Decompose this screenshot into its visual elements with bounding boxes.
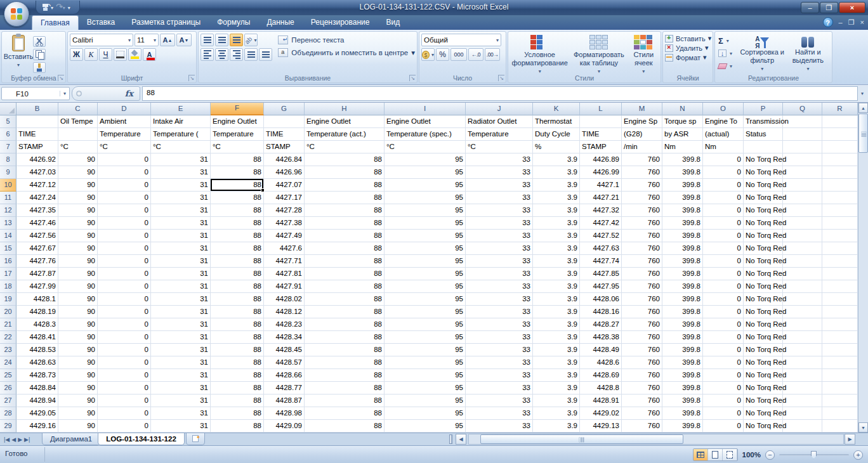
cell-N29[interactable]: 399.8: [662, 420, 703, 433]
cell-E11[interactable]: 31: [151, 192, 211, 204]
cell-O13[interactable]: 0: [703, 217, 744, 230]
cell-I19[interactable]: 95: [385, 293, 466, 306]
row-header[interactable]: 5: [0, 115, 16, 128]
cell-P22[interactable]: No Torq Red: [744, 331, 783, 344]
cell-K6[interactable]: Duty Cycle: [533, 128, 580, 141]
cell-Q18[interactable]: [783, 280, 822, 293]
cell-L29[interactable]: 4429.13: [580, 420, 622, 433]
cell-E8[interactable]: 31: [151, 153, 211, 166]
cell-G23[interactable]: 4428.45: [264, 344, 305, 356]
cell-P5[interactable]: Transmission: [744, 115, 783, 128]
cell-K27[interactable]: 3.9: [533, 395, 580, 407]
cell-F21[interactable]: 88: [211, 318, 264, 331]
cell-C8[interactable]: 90: [58, 153, 98, 166]
cell-F24[interactable]: 88: [211, 356, 264, 369]
cell-M23[interactable]: 760: [622, 344, 662, 356]
cell-R9[interactable]: [822, 166, 858, 179]
cell-M9[interactable]: 760: [622, 166, 662, 179]
cell-D20[interactable]: 0: [98, 306, 151, 318]
cell-F9[interactable]: 88: [211, 166, 264, 179]
cell-G19[interactable]: 4428.02: [264, 293, 305, 306]
cell-E14[interactable]: 31: [151, 230, 211, 242]
align-top-button[interactable]: [201, 34, 214, 46]
cell-G27[interactable]: 4428.87: [264, 395, 305, 407]
cell-H8[interactable]: 88: [305, 153, 385, 166]
cell-L13[interactable]: 4427.42: [580, 217, 622, 230]
decrease-indent-button[interactable]: [244, 48, 258, 61]
cell-G18[interactable]: 4427.91: [264, 280, 305, 293]
cell-P24[interactable]: No Torq Red: [744, 356, 783, 369]
cell-R15[interactable]: [822, 242, 858, 255]
cell-L18[interactable]: 4427.95: [580, 280, 622, 293]
restore-button[interactable]: ❐: [820, 2, 838, 13]
cell-E25[interactable]: 31: [151, 369, 211, 382]
cell-D19[interactable]: 0: [98, 293, 151, 306]
cell-P8[interactable]: No Torq Red: [744, 153, 783, 166]
cell-J18[interactable]: 33: [466, 280, 533, 293]
cell-I8[interactable]: 95: [385, 153, 466, 166]
cell-D13[interactable]: 0: [98, 217, 151, 230]
cell-N12[interactable]: 399.8: [662, 204, 703, 217]
italic-button[interactable]: К: [84, 48, 98, 61]
cell-D6[interactable]: Temperature: [98, 128, 151, 141]
sheet-tab[interactable]: LOG-01-134-131-122: [98, 433, 185, 445]
cell-H5[interactable]: Engine Outlet: [305, 115, 385, 128]
insert-function-button[interactable]: fx: [72, 86, 140, 101]
cell-R5[interactable]: [822, 115, 858, 128]
row-header[interactable]: 11: [0, 192, 16, 204]
orientation-button[interactable]: ab▾: [244, 34, 258, 46]
cell-Q20[interactable]: [783, 306, 822, 318]
cell-R8[interactable]: [822, 153, 858, 166]
zoom-level[interactable]: 100%: [742, 451, 761, 459]
merge-center-button[interactable]: Объединить и поместить в центре▾: [278, 48, 415, 57]
zoom-out-button[interactable]: −: [765, 450, 775, 460]
cell-N25[interactable]: 399.8: [662, 369, 703, 382]
cell-O27[interactable]: 0: [703, 395, 744, 407]
number-format-select[interactable]: Общий▾: [421, 34, 501, 46]
formula-input[interactable]: 88: [142, 86, 858, 101]
cell-B12[interactable]: 4427.35: [16, 204, 58, 217]
cell-L12[interactable]: 4427.32: [580, 204, 622, 217]
row-header[interactable]: 9: [0, 166, 16, 179]
ribbon-tab[interactable]: Формулы: [209, 15, 258, 30]
cell-R13[interactable]: [822, 217, 858, 230]
cell-H12[interactable]: 88: [305, 204, 385, 217]
cell-C9[interactable]: 90: [58, 166, 98, 179]
cell-I18[interactable]: 95: [385, 280, 466, 293]
paste-button[interactable]: Вставить ▾: [4, 34, 33, 74]
cell-H21[interactable]: 88: [305, 318, 385, 331]
cell-H23[interactable]: 88: [305, 344, 385, 356]
cell-I24[interactable]: 95: [385, 356, 466, 369]
scroll-down-icon[interactable]: ▼: [858, 422, 868, 433]
office-button[interactable]: [4, 1, 29, 27]
cell-H24[interactable]: 88: [305, 356, 385, 369]
cell-F17[interactable]: 88: [211, 268, 264, 280]
cell-H11[interactable]: 88: [305, 192, 385, 204]
cell-F5[interactable]: Engine Outlet: [211, 115, 264, 128]
cell-Q14[interactable]: [783, 230, 822, 242]
cell-F15[interactable]: 88: [211, 242, 264, 255]
cell-B26[interactable]: 4428.84: [16, 382, 58, 395]
accounting-format-button[interactable]: $▾: [421, 48, 435, 61]
cell-G28[interactable]: 4428.98: [264, 407, 305, 420]
cell-F12[interactable]: 88: [211, 204, 264, 217]
cell-D18[interactable]: 0: [98, 280, 151, 293]
cell-M29[interactable]: 760: [622, 420, 662, 433]
font-name-select[interactable]: Calibri▾: [70, 34, 133, 46]
cell-J25[interactable]: 33: [466, 369, 533, 382]
cell-D22[interactable]: 0: [98, 331, 151, 344]
cell-I28[interactable]: 95: [385, 407, 466, 420]
cell-E13[interactable]: 31: [151, 217, 211, 230]
cell-L16[interactable]: 4427.74: [580, 255, 622, 268]
cell-F20[interactable]: 88: [211, 306, 264, 318]
cell-O23[interactable]: 0: [703, 344, 744, 356]
cell-D29[interactable]: 0: [98, 420, 151, 433]
cell-D26[interactable]: 0: [98, 382, 151, 395]
cell-H20[interactable]: 88: [305, 306, 385, 318]
cell-K26[interactable]: 3.9: [533, 382, 580, 395]
vertical-scroll-thumb[interactable]: [858, 114, 868, 153]
cell-J21[interactable]: 33: [466, 318, 533, 331]
help-button[interactable]: ?: [823, 17, 833, 27]
cell-O8[interactable]: 0: [703, 153, 744, 166]
column-header[interactable]: I: [385, 103, 466, 115]
